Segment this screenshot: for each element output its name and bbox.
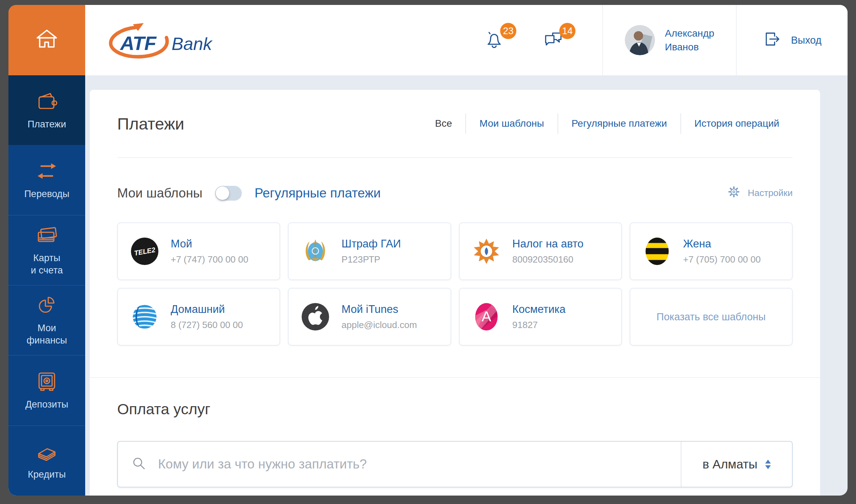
section-divider: [90, 377, 820, 378]
sidebar-item-payments[interactable]: Платежи: [8, 75, 85, 145]
sidebar-item-my-finances[interactable]: Мои финансы: [8, 285, 85, 355]
show-all-templates-label: Показать все шаблоны: [656, 311, 766, 323]
search-icon: [131, 455, 147, 473]
app-window: ПлатежиПереводыКарты и счетаМои финансыД…: [8, 5, 848, 496]
top-header: ATF Bank 23: [85, 5, 848, 75]
settings-label: Настройки: [748, 188, 793, 199]
template-card[interactable]: Налог на авто800920350160: [459, 222, 622, 280]
sidebar-item-home[interactable]: [8, 5, 85, 75]
main-area: ATF Bank 23: [85, 5, 848, 496]
tab-history[interactable]: История операций: [681, 118, 793, 129]
template-card-title: Домашний: [171, 303, 243, 316]
city-selector[interactable]: в Алматы: [681, 442, 792, 487]
template-card-subtitle: +7 (747) 700 00 00: [171, 254, 248, 265]
template-card-title: Штраф ГАИ: [341, 238, 401, 250]
messages-badge: 14: [559, 23, 575, 39]
tabs: ВсеМои шаблоныРегулярные платежиИстория …: [422, 113, 793, 134]
template-card-subtitle: apple@icloud.com: [341, 320, 417, 330]
sidebar-item-cards-accounts[interactable]: Карты и счета: [8, 215, 85, 285]
home-icon: [34, 27, 59, 53]
transfer-icon: [36, 160, 58, 182]
template-card-subtitle: +7 (705) 700 00 00: [683, 254, 761, 265]
avon-logo: A: [472, 303, 501, 331]
logout-icon: [763, 30, 782, 51]
template-card-text: Штраф ГАИР123РТР: [341, 238, 401, 265]
template-card[interactable]: Мой iTunesapple@icloud.com: [288, 288, 451, 346]
template-card-subtitle: 91827: [512, 320, 566, 330]
logo-atf-text: ATF: [120, 32, 157, 54]
sidebar-item-transfers[interactable]: Переводы: [8, 145, 85, 215]
tab-my-templates[interactable]: Мои шаблоны: [466, 118, 557, 129]
user-profile[interactable]: Александр Иванов: [603, 25, 736, 55]
template-card[interactable]: Штраф ГАИР123РТР: [288, 222, 451, 280]
content-area: Платежи ВсеМои шаблоныРегулярные платежи…: [85, 75, 848, 496]
pie-icon: [36, 294, 58, 316]
template-card-title: Жена: [683, 238, 761, 250]
template-card[interactable]: TELE2Мой+7 (747) 700 00 00: [117, 222, 280, 280]
settings-button[interactable]: Настройки: [726, 184, 793, 202]
sidebar-item-label: Мои финансы: [26, 322, 67, 347]
template-card-title: Мой: [171, 238, 248, 250]
kazakhtelecom-logo: [131, 303, 159, 331]
tax-emblem-logo: [472, 237, 501, 265]
templates-mode-toggle[interactable]: [215, 186, 242, 201]
payments-panel: Платежи ВсеМои шаблоныРегулярные платежи…: [90, 90, 820, 496]
templates-grid: TELE2Мой+7 (747) 700 00 00Штраф ГАИР123Р…: [117, 222, 793, 346]
page-title-row: Платежи ВсеМои шаблоныРегулярные платежи…: [117, 90, 793, 158]
template-card-title: Мой iTunes: [341, 303, 417, 316]
search-field-area: [118, 442, 681, 487]
show-all-templates-card[interactable]: Показать все шаблоны: [630, 288, 793, 346]
page-title: Платежи: [117, 114, 184, 133]
sidebar-item-label: Переводы: [24, 188, 69, 200]
sidebar-items: ПлатежиПереводыКарты и счетаМои финансыД…: [8, 75, 85, 496]
template-card-title: Косметика: [512, 303, 566, 316]
user-name: Александр Иванов: [665, 26, 714, 54]
template-card[interactable]: Жена+7 (705) 700 00 00: [630, 222, 793, 280]
beeline-logo: [643, 237, 671, 265]
atf-bank-logo[interactable]: ATF Bank: [106, 21, 214, 59]
template-card-subtitle: 800920350160: [512, 254, 584, 265]
template-card-title: Налог на авто: [512, 238, 584, 250]
tab-all[interactable]: Все: [422, 118, 465, 129]
apple-logo: [301, 303, 329, 331]
sidebar-item-label: Карты и счета: [31, 252, 63, 277]
tele2-logo: TELE2: [131, 237, 159, 265]
template-card[interactable]: Домашний8 (727) 560 00 00: [117, 288, 280, 346]
safe-icon: [36, 370, 58, 393]
credit-icon: [36, 440, 58, 463]
city-selector-value: в Алматы: [703, 457, 757, 471]
gear-icon: [726, 184, 742, 202]
logout-button[interactable]: Выход: [737, 30, 848, 51]
services-search-bar: в Алматы: [117, 441, 793, 487]
template-card-text: Косметика91827: [512, 303, 566, 330]
sidebar-item-label: Депозиты: [25, 398, 68, 411]
logout-label: Выход: [791, 34, 822, 46]
cards-icon: [36, 224, 58, 246]
tab-regular-payments[interactable]: Регулярные платежи: [558, 118, 680, 129]
wallet-icon: [36, 90, 58, 113]
sidebar-item-label: Кредиты: [28, 468, 66, 481]
templates-section-header: Мои шаблоны Регулярные платежи: [117, 184, 793, 202]
sidebar: ПлатежиПереводыКарты и счетаМои финансыД…: [8, 5, 85, 496]
notifications-button[interactable]: 23: [484, 30, 504, 50]
messages-button[interactable]: 14: [543, 30, 564, 50]
template-card[interactable]: AКосметика91827: [459, 288, 622, 346]
logo-bank-text: Bank: [171, 34, 213, 54]
search-input[interactable]: [157, 456, 668, 472]
template-card-text: Налог на авто800920350160: [512, 238, 584, 265]
template-card-text: Домашний8 (727) 560 00 00: [171, 303, 243, 330]
services-title: Оплата услуг: [117, 401, 793, 418]
template-card-text: Мой+7 (747) 700 00 00: [171, 238, 248, 265]
template-card-text: Мой iTunesapple@icloud.com: [341, 303, 417, 330]
template-card-subtitle: Р123РТР: [341, 254, 401, 265]
toggle-knob: [216, 187, 229, 200]
sidebar-item-label: Платежи: [27, 118, 66, 131]
chevron-up-down-icon: [765, 460, 771, 469]
sidebar-item-deposits[interactable]: Депозиты: [8, 355, 85, 425]
my-templates-label: Мои шаблоны: [117, 186, 202, 201]
template-card-subtitle: 8 (727) 560 00 00: [171, 320, 243, 330]
svg-text:A: A: [482, 308, 491, 325]
sidebar-item-credits[interactable]: Кредиты: [8, 426, 85, 496]
avatar: [625, 25, 655, 55]
regular-payments-link[interactable]: Регулярные платежи: [254, 186, 380, 201]
